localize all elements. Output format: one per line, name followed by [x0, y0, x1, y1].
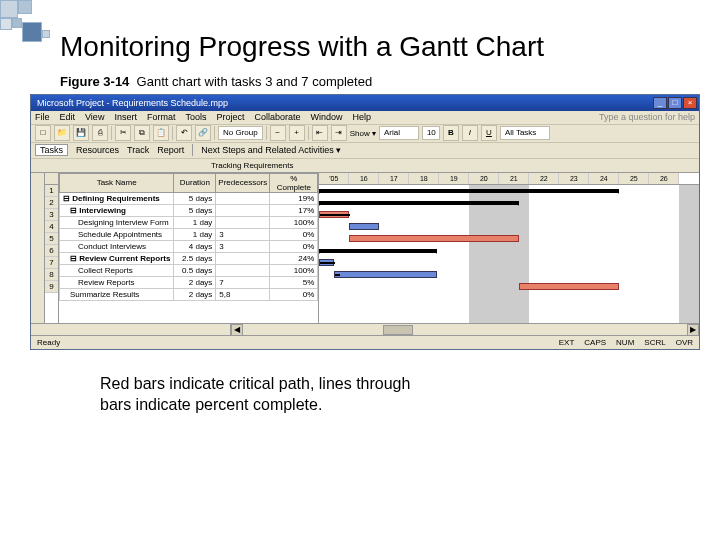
duration-cell[interactable]: 5 days	[174, 204, 216, 216]
tab-track[interactable]: Track	[127, 145, 149, 155]
task-name-cell[interactable]: Conduct Interviews	[60, 240, 174, 252]
size-dropdown[interactable]: 10	[422, 126, 440, 140]
undo-icon[interactable]: ↶	[176, 125, 192, 141]
row-num[interactable]: 8	[45, 269, 58, 281]
pred-cell[interactable]: 7	[216, 276, 270, 288]
task-bar[interactable]	[334, 271, 437, 278]
summary-bar[interactable]	[319, 201, 519, 205]
task-name-cell[interactable]: Collect Reports	[60, 264, 174, 276]
pct-cell[interactable]: 0%	[270, 288, 318, 300]
duration-cell[interactable]: 2 days	[174, 276, 216, 288]
summary-bar[interactable]	[319, 189, 619, 193]
pct-cell[interactable]: 100%	[270, 216, 318, 228]
row-num[interactable]: 3	[45, 209, 58, 221]
tab-tasks[interactable]: Tasks	[35, 144, 68, 156]
underline-icon[interactable]: U	[481, 125, 497, 141]
close-button[interactable]: ×	[683, 97, 697, 109]
task-bar[interactable]	[319, 259, 334, 266]
critical-task-bar[interactable]	[349, 235, 519, 242]
tab-report[interactable]: Report	[157, 145, 184, 155]
duration-cell[interactable]: 1 day	[174, 228, 216, 240]
menu-file[interactable]: File	[35, 112, 50, 122]
related-dropdown[interactable]: Next Steps and Related Activities ▾	[201, 145, 341, 155]
indent-icon[interactable]: ⇥	[331, 125, 347, 141]
col-pct[interactable]: % Complete	[270, 173, 318, 192]
open-icon[interactable]: 📁	[54, 125, 70, 141]
pred-cell[interactable]	[216, 264, 270, 276]
menu-format[interactable]: Format	[147, 112, 176, 122]
task-name-cell[interactable]: Review Reports	[60, 276, 174, 288]
pred-cell[interactable]	[216, 216, 270, 228]
scroll-thumb[interactable]	[383, 325, 413, 335]
maximize-button[interactable]: □	[668, 97, 682, 109]
pred-cell[interactable]	[216, 252, 270, 264]
paste-icon[interactable]: 📋	[153, 125, 169, 141]
menu-help[interactable]: Help	[353, 112, 372, 122]
task-name-cell[interactable]: ⊟ Defining Requirements	[60, 192, 174, 204]
row-num[interactable]: 2	[45, 197, 58, 209]
duration-cell[interactable]: 1 day	[174, 216, 216, 228]
save-icon[interactable]: 💾	[73, 125, 89, 141]
critical-task-bar[interactable]	[319, 211, 349, 218]
print-icon[interactable]: ⎙	[92, 125, 108, 141]
pct-cell[interactable]: 24%	[270, 252, 318, 264]
tab-resources[interactable]: Resources	[76, 145, 119, 155]
pred-cell[interactable]	[216, 192, 270, 204]
pred-cell[interactable]: 3	[216, 228, 270, 240]
menu-edit[interactable]: Edit	[60, 112, 76, 122]
zoom-out-icon[interactable]: −	[270, 125, 286, 141]
view-strip[interactable]	[31, 173, 45, 323]
menu-collaborate[interactable]: Collaborate	[254, 112, 300, 122]
outdent-icon[interactable]: ⇤	[312, 125, 328, 141]
task-name-cell[interactable]: ⊟ Review Current Reports	[60, 252, 174, 264]
menu-tools[interactable]: Tools	[185, 112, 206, 122]
menu-window[interactable]: Window	[310, 112, 342, 122]
duration-cell[interactable]: 0.5 days	[174, 264, 216, 276]
scroll-left-icon[interactable]: ◀	[231, 324, 243, 336]
task-bar[interactable]	[349, 223, 379, 230]
duration-cell[interactable]: 2 days	[174, 288, 216, 300]
menu-project[interactable]: Project	[216, 112, 244, 122]
task-name-cell[interactable]: ⊟ Interviewing	[60, 204, 174, 216]
pct-cell[interactable]: 19%	[270, 192, 318, 204]
italic-icon[interactable]: I	[462, 125, 478, 141]
scroll-right-icon[interactable]: ▶	[687, 324, 699, 336]
row-num[interactable]: 6	[45, 245, 58, 257]
duration-cell[interactable]: 5 days	[174, 192, 216, 204]
minimize-button[interactable]: _	[653, 97, 667, 109]
menu-insert[interactable]: Insert	[114, 112, 137, 122]
task-name-cell[interactable]: Summarize Results	[60, 288, 174, 300]
cut-icon[interactable]: ✂	[115, 125, 131, 141]
row-num[interactable]: 7	[45, 257, 58, 269]
duration-cell[interactable]: 4 days	[174, 240, 216, 252]
link-icon[interactable]: 🔗	[195, 125, 211, 141]
critical-task-bar[interactable]	[519, 283, 619, 290]
pred-cell[interactable]: 5,8	[216, 288, 270, 300]
gantt-chart[interactable]: '051617181920212223242526	[319, 173, 699, 323]
pct-cell[interactable]: 5%	[270, 276, 318, 288]
summary-bar[interactable]	[319, 249, 437, 253]
col-task[interactable]: Task Name	[60, 173, 174, 192]
col-duration[interactable]: Duration	[174, 173, 216, 192]
show-dropdown[interactable]: Show ▾	[350, 129, 376, 138]
row-num[interactable]: 4	[45, 221, 58, 233]
zoom-in-icon[interactable]: +	[289, 125, 305, 141]
menu-view[interactable]: View	[85, 112, 104, 122]
font-dropdown[interactable]: Arial	[379, 126, 419, 140]
pred-cell[interactable]	[216, 204, 270, 216]
row-num[interactable]: 1	[45, 185, 58, 197]
pct-cell[interactable]: 17%	[270, 204, 318, 216]
pct-cell[interactable]: 100%	[270, 264, 318, 276]
duration-cell[interactable]: 2.5 days	[174, 252, 216, 264]
pred-cell[interactable]: 3	[216, 240, 270, 252]
group-dropdown[interactable]: No Group	[218, 126, 263, 140]
pct-cell[interactable]: 0%	[270, 240, 318, 252]
new-icon[interactable]: □	[35, 125, 51, 141]
bold-icon[interactable]: B	[443, 125, 459, 141]
copy-icon[interactable]: ⧉	[134, 125, 150, 141]
horizontal-scrollbar[interactable]: ◀ ▶	[31, 323, 699, 335]
filter-dropdown[interactable]: All Tasks	[500, 126, 550, 140]
row-num[interactable]: 5	[45, 233, 58, 245]
task-name-cell[interactable]: Schedule Appointments	[60, 228, 174, 240]
task-name-cell[interactable]: Designing Interview Form	[60, 216, 174, 228]
